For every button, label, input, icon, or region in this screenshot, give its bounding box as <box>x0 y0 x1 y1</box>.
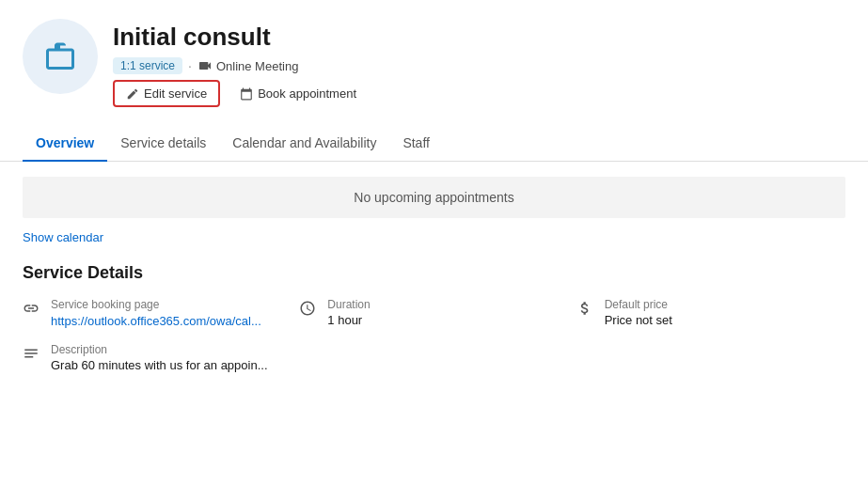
show-calendar-link[interactable]: Show calendar <box>23 230 103 244</box>
online-meeting-badge: Online Meeting <box>197 58 298 73</box>
service-details-heading: Service Details <box>23 263 845 283</box>
price-icon <box>576 300 595 320</box>
page-header: Initial consult 1:1 service · Online Mee… <box>0 0 868 118</box>
default-price-content: Default price Price not set <box>605 298 845 327</box>
clock-icon <box>299 300 318 320</box>
tab-calendar-availability[interactable]: Calendar and Availability <box>219 126 389 162</box>
duration-label: Duration <box>327 298 568 311</box>
no-appointments-banner: No upcoming appointments <box>23 177 845 218</box>
description-item: Description Grab 60 minutes with us for … <box>23 343 845 372</box>
default-price-value: Price not set <box>605 313 845 327</box>
description-icon <box>23 345 41 365</box>
default-price-item: Default price Price not set <box>576 298 845 328</box>
booking-page-content: Service booking page https://outlook.off… <box>51 298 292 328</box>
booking-page-url[interactable]: https://outlook.office365.com/owa/cal... <box>51 314 261 328</box>
description-content: Description Grab 60 minutes with us for … <box>51 343 845 372</box>
tab-service-details[interactable]: Service details <box>107 126 219 162</box>
edit-service-button[interactable]: Edit service <box>113 80 220 107</box>
booking-page-item: Service booking page https://outlook.off… <box>23 298 292 328</box>
tab-overview[interactable]: Overview <box>23 126 107 162</box>
description-label: Description <box>51 343 845 356</box>
briefcase-icon <box>43 39 77 75</box>
pencil-icon <box>126 87 139 101</box>
book-appointment-button[interactable]: Book appointment <box>228 81 369 106</box>
content-area: No upcoming appointments Show calendar S… <box>0 162 868 387</box>
service-badge: 1:1 service <box>113 57 182 74</box>
calendar-icon <box>240 87 253 101</box>
description-value: Grab 60 minutes with us for an appoin... <box>51 358 845 372</box>
duration-item: Duration 1 hour <box>299 298 568 328</box>
tab-staff[interactable]: Staff <box>389 126 443 162</box>
service-avatar <box>23 19 98 94</box>
video-icon <box>197 58 213 73</box>
service-details-grid: Service booking page https://outlook.off… <box>23 298 845 372</box>
online-meeting-label: Online Meeting <box>216 59 298 73</box>
duration-content: Duration 1 hour <box>327 298 568 327</box>
link-icon <box>23 300 41 320</box>
no-appointments-text: No upcoming appointments <box>354 190 513 205</box>
booking-page-label: Service booking page <box>51 298 292 311</box>
duration-value: 1 hour <box>327 313 568 327</box>
page-title: Initial consult <box>113 23 369 52</box>
edit-service-label: Edit service <box>144 86 207 101</box>
actions-row: Edit service Book appointment <box>113 80 369 107</box>
book-appointment-label: Book appointment <box>258 86 356 101</box>
header-info: Initial consult 1:1 service · Online Mee… <box>113 19 369 107</box>
detail-row-1: Service booking page https://outlook.off… <box>23 298 845 328</box>
badges-row: 1:1 service · Online Meeting <box>113 57 369 74</box>
default-price-label: Default price <box>605 298 845 311</box>
dot-separator: · <box>188 58 192 73</box>
tabs-bar: Overview Service details Calendar and Av… <box>0 126 868 162</box>
